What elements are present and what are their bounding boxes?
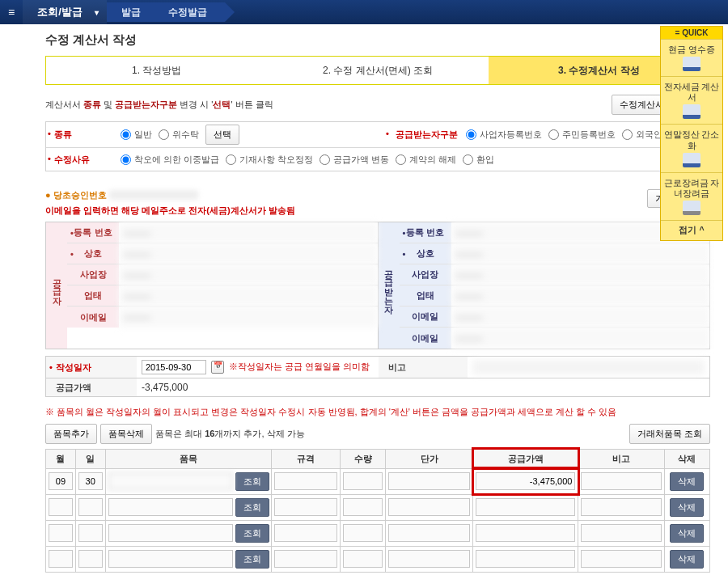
- recipient-opt-2[interactable]: 외국인: [622, 129, 662, 141]
- row0-search[interactable]: 조회: [235, 472, 269, 491]
- row2-month[interactable]: [49, 524, 73, 542]
- row0-qty[interactable]: [343, 472, 383, 490]
- btn-item-add[interactable]: 품목추가: [45, 424, 97, 444]
- date-label: 작성일자: [46, 357, 137, 378]
- recipient-label: 공급받는자구분: [384, 129, 463, 141]
- row3-price[interactable]: [388, 550, 470, 568]
- th-del: 삭제: [664, 449, 709, 468]
- row2-qty[interactable]: [343, 524, 383, 542]
- row1-supply[interactable]: [476, 498, 575, 516]
- th-spec: 규격: [272, 449, 340, 468]
- row0-supply[interactable]: [476, 472, 575, 490]
- kind-opt-general[interactable]: 일반: [121, 129, 152, 141]
- quick-collapse[interactable]: 접기 ^: [661, 220, 722, 240]
- reason-opt-0[interactable]: 착오에 의한 이중발급: [121, 154, 219, 166]
- reason-opt-2[interactable]: 공급가액 변동: [320, 154, 389, 166]
- item-limit-note: 품목은 최대 16개까지 추가, 삭제 가능: [155, 428, 305, 440]
- date-input[interactable]: [142, 360, 206, 374]
- breadcrumb: 발급 수정발급: [107, 2, 220, 22]
- reason-label: 수정사유: [46, 154, 116, 166]
- approval-no-label: ● 당초승인번호 xxxxxxxxxxxxxx: [45, 189, 295, 201]
- buyer-addr-label: 사업장: [400, 264, 451, 285]
- reason-opt-1[interactable]: 기재사항 착오정정: [226, 154, 313, 166]
- supply-sum-value: -3,475,000: [142, 382, 188, 393]
- step-1[interactable]: 1. 작성방법: [46, 57, 267, 84]
- row0-item[interactable]: [108, 472, 234, 490]
- row1-spec[interactable]: [274, 498, 336, 516]
- remark-blur: [472, 360, 705, 374]
- nav-dropdown[interactable]: 조회/발급: [23, 0, 107, 24]
- row2-note[interactable]: [581, 524, 661, 542]
- row1-item[interactable]: [108, 498, 234, 516]
- supply-sum-label: 공급가액: [46, 378, 137, 396]
- th-qty: 수량: [340, 449, 385, 468]
- row3-item[interactable]: [108, 550, 234, 568]
- quick-item-3[interactable]: 근로장려금 자녀장려금: [661, 172, 722, 220]
- seller-reg-label: 등록 번호: [67, 222, 119, 243]
- row0-month[interactable]: [49, 472, 73, 490]
- row0-spec[interactable]: [274, 472, 336, 490]
- quick-icon-2: [683, 153, 700, 167]
- row3-day[interactable]: [78, 550, 103, 568]
- row3-supply[interactable]: [476, 550, 575, 568]
- th-supply: 공급가액: [473, 449, 578, 468]
- row1-qty[interactable]: [343, 498, 383, 516]
- table-row: 조회 삭제: [46, 546, 710, 572]
- items-grid: 월 일 품목 규격 수량 단가 공급가액 비고 삭제 조회 삭제 조회: [45, 449, 710, 573]
- quick-item-1[interactable]: 전자세금 계산서: [661, 76, 722, 124]
- row1-note[interactable]: [581, 498, 661, 516]
- table-row: 조회 삭제: [46, 468, 710, 494]
- kind-opt-wisutak[interactable]: 위수탁: [159, 129, 199, 141]
- row2-item[interactable]: [108, 524, 234, 542]
- seller-addr-label: 사업장: [67, 264, 119, 285]
- wizard-steps: 1. 작성방법 2. 수정 계산서(면세) 조회 3. 수정계산서 작성: [45, 56, 710, 85]
- seller-header: 공급자: [46, 222, 67, 349]
- row0-day[interactable]: [78, 472, 103, 490]
- row2-supply[interactable]: [476, 524, 575, 542]
- quick-icon-3: [683, 201, 700, 215]
- row0-note[interactable]: [581, 472, 661, 490]
- recipient-opt-1[interactable]: 주민등록번호: [548, 129, 616, 141]
- party-panel: 공급자 등록 번호.......... 상호.......... 사업장....…: [45, 222, 710, 349]
- quick-title: = QUICK: [661, 27, 722, 39]
- recipient-opt-0[interactable]: 사업자등록번호: [466, 129, 542, 141]
- row3-month[interactable]: [49, 550, 73, 568]
- buyer-reg-label: 등록 번호: [400, 222, 451, 243]
- row1-price[interactable]: [388, 498, 470, 516]
- row3-qty[interactable]: [343, 550, 383, 568]
- row2-day[interactable]: [78, 524, 103, 542]
- table-row: 조회 삭제: [46, 520, 710, 546]
- quick-item-0[interactable]: 현금 영수증: [661, 39, 722, 76]
- buyer-header: 공급받는자: [379, 222, 400, 349]
- quick-item-2[interactable]: 연말정산 간소화: [661, 124, 722, 171]
- th-price: 단가: [386, 449, 473, 468]
- kind-select-button[interactable]: 선택: [205, 125, 239, 145]
- row3-search[interactable]: 조회: [235, 550, 269, 569]
- hamburger-icon[interactable]: ≡: [0, 6, 23, 19]
- page-title: 수정 계산서 작성: [45, 29, 710, 56]
- seller-email-label: 이메일: [67, 307, 119, 328]
- row3-delete[interactable]: 삭제: [670, 550, 704, 569]
- row1-search[interactable]: 조회: [235, 498, 269, 517]
- row0-price[interactable]: [388, 472, 470, 490]
- reason-opt-4[interactable]: 환입: [463, 154, 494, 166]
- buyer-btype-label: 업태: [400, 285, 451, 306]
- row1-delete[interactable]: 삭제: [670, 498, 704, 517]
- row1-month[interactable]: [49, 498, 73, 516]
- row3-note[interactable]: [581, 550, 661, 568]
- reason-opt-3[interactable]: 계약의 해제: [396, 154, 456, 166]
- th-note: 비고: [578, 449, 664, 468]
- row2-price[interactable]: [388, 524, 470, 542]
- calendar-icon[interactable]: 📅: [211, 361, 224, 374]
- btn-item-lookup[interactable]: 거래처품목 조회: [629, 424, 710, 444]
- row0-delete[interactable]: 삭제: [670, 472, 704, 491]
- row3-spec[interactable]: [274, 550, 336, 568]
- row2-search[interactable]: 조회: [235, 524, 269, 543]
- btn-item-del[interactable]: 품목삭제: [100, 424, 152, 444]
- step-2[interactable]: 2. 수정 계산서(면세) 조회: [267, 57, 488, 84]
- row1-day[interactable]: [78, 498, 103, 516]
- crumb-1[interactable]: 발급: [107, 2, 159, 22]
- row2-spec[interactable]: [274, 524, 336, 542]
- buyer-email2-label: 이메일: [400, 328, 451, 349]
- row2-delete[interactable]: 삭제: [670, 524, 704, 543]
